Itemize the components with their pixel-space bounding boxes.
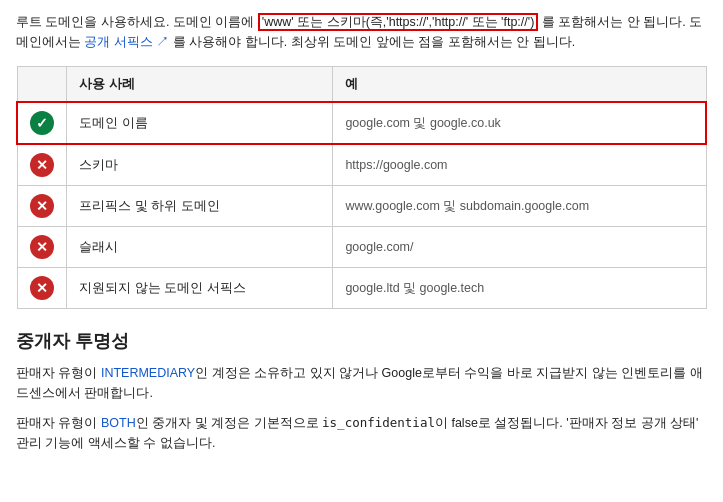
use-case-cell: 지원되지 않는 도메인 서픽스 — [67, 268, 333, 309]
table-icon-header — [17, 67, 67, 103]
use-case-cell: 프리픽스 및 하위 도메인 — [67, 186, 333, 227]
use-case-cell: 슬래시 — [67, 227, 333, 268]
table-use-case-header: 사용 사례 — [67, 67, 333, 103]
use-case-cell: 도메인 이름 — [67, 102, 333, 144]
highlight-box: 'www' 또는 스키마(즉,'https://','http://' 또는 '… — [258, 13, 538, 31]
example-cell: google.ltd 및 google.tech — [333, 268, 706, 309]
use-case-cell: 스키마 — [67, 144, 333, 186]
table-row: ✕지원되지 않는 도메인 서픽스google.ltd 및 google.tech — [17, 268, 706, 309]
table-row: ✕프리픽스 및 하위 도메인www.google.com 및 subdomain… — [17, 186, 706, 227]
para1-caps: INTERMEDIARY — [101, 366, 195, 380]
intro-text-after2: 를 사용해야 합니다. 최상위 도메인 앞에는 점을 포함해서는 안 됩니다. — [173, 35, 575, 49]
example-cell: google.com 및 google.co.uk — [333, 102, 706, 144]
x-icon: ✕ — [30, 153, 54, 177]
intro-paragraph: 루트 도메인을 사용하세요. 도메인 이름에 'www' 또는 스키마(즉,'h… — [16, 12, 707, 52]
intermediary-para2: 판매자 유형이 BOTH인 중개자 및 계정은 기본적으로 is_confide… — [16, 413, 707, 453]
para1-before: 판매자 유형이 — [16, 366, 101, 380]
para2-after: 인 중개자 및 계정은 기본적으로 — [136, 416, 322, 430]
status-cell: ✕ — [17, 227, 67, 268]
status-cell: ✕ — [17, 186, 67, 227]
status-cell: ✓ — [17, 102, 67, 144]
example-cell: https://google.com — [333, 144, 706, 186]
x-icon: ✕ — [30, 276, 54, 300]
table-example-header: 예 — [333, 67, 706, 103]
para2-code: is_confidential — [322, 415, 435, 430]
status-cell: ✕ — [17, 144, 67, 186]
section-title: 중개자 투명성 — [16, 329, 707, 353]
intro-text-before: 루트 도메인을 사용하세요. 도메인 이름에 — [16, 15, 254, 29]
x-icon: ✕ — [30, 235, 54, 259]
domain-usage-table: 사용 사례 예 ✓도메인 이름google.com 및 google.co.uk… — [16, 66, 707, 309]
public-suffix-link[interactable]: 공개 서픽스 ↗ — [84, 35, 169, 49]
intermediary-para1: 판매자 유형이 INTERMEDIARY인 계정은 소유하고 있지 않거나 Go… — [16, 363, 707, 403]
para2-caps: BOTH — [101, 416, 136, 430]
check-icon: ✓ — [30, 111, 54, 135]
table-row: ✓도메인 이름google.com 및 google.co.uk — [17, 102, 706, 144]
para2-before: 판매자 유형이 — [16, 416, 101, 430]
table-header-row: 사용 사례 예 — [17, 67, 706, 103]
x-icon: ✕ — [30, 194, 54, 218]
table-row: ✕슬래시google.com/ — [17, 227, 706, 268]
example-cell: google.com/ — [333, 227, 706, 268]
example-cell: www.google.com 및 subdomain.google.com — [333, 186, 706, 227]
table-row: ✕스키마https://google.com — [17, 144, 706, 186]
status-cell: ✕ — [17, 268, 67, 309]
